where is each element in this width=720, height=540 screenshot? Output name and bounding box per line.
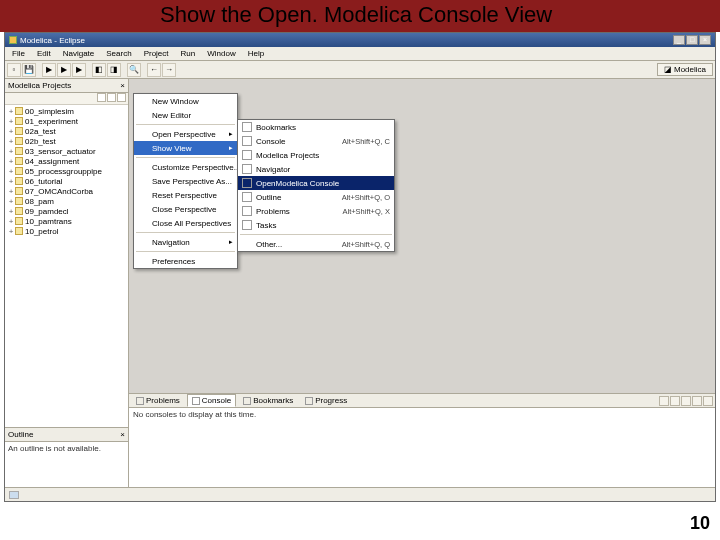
back-button[interactable]: ← — [147, 63, 161, 77]
view-console[interactable]: ConsoleAlt+Shift+Q, C — [238, 134, 394, 148]
menu-new-window[interactable]: New Window — [134, 94, 237, 108]
close-icon[interactable]: × — [120, 81, 125, 90]
menu-file[interactable]: File — [7, 48, 30, 59]
projects-icon — [242, 150, 252, 160]
menu-open-perspective[interactable]: Open Perspective▸ — [134, 127, 237, 141]
bottom-panel: Problems Console Bookmarks Progress No c… — [129, 393, 715, 487]
menu-preferences[interactable]: Preferences — [134, 254, 237, 268]
view-tasks[interactable]: Tasks — [238, 218, 394, 232]
perspective-label: Modelica — [674, 65, 706, 74]
close-button[interactable]: × — [699, 35, 711, 45]
folder-icon — [15, 137, 23, 145]
menu-reset-perspective[interactable]: Reset Perspective — [134, 188, 237, 202]
tab-progress[interactable]: Progress — [300, 394, 352, 407]
minimize-button[interactable]: _ — [673, 35, 685, 45]
forward-button[interactable]: → — [162, 63, 176, 77]
tree-item[interactable]: +05_processgrouppipe — [5, 166, 128, 176]
view-openmodelica-console[interactable]: OpenModelica Console — [238, 176, 394, 190]
problems-icon — [136, 397, 144, 405]
menu-navigate[interactable]: Navigate — [58, 48, 100, 59]
collapse-all-icon[interactable] — [97, 93, 106, 102]
navigator-icon — [242, 164, 252, 174]
window-menu-dropdown: New Window New Editor Open Perspective▸ … — [133, 93, 238, 269]
console-icon — [242, 136, 252, 146]
menu-project[interactable]: Project — [139, 48, 174, 59]
view-navigator[interactable]: Navigator — [238, 162, 394, 176]
maximize-button[interactable]: □ — [686, 35, 698, 45]
folder-icon — [15, 217, 23, 225]
console-icon — [192, 397, 200, 405]
menu-save-perspective-as[interactable]: Save Perspective As... — [134, 174, 237, 188]
debug-button[interactable]: ▶ — [42, 63, 56, 77]
bookmark-icon — [243, 397, 251, 405]
tree-item[interactable]: +02a_test — [5, 126, 128, 136]
link-editor-icon[interactable] — [107, 93, 116, 102]
new-class-button[interactable]: ◧ — [92, 63, 106, 77]
folder-icon — [15, 177, 23, 185]
console-body[interactable]: No consoles to display at this time. — [129, 408, 715, 487]
menu-help[interactable]: Help — [243, 48, 269, 59]
minimize-view-icon[interactable] — [692, 396, 702, 406]
submenu-arrow-icon: ▸ — [229, 130, 233, 138]
run-button[interactable]: ▶ — [57, 63, 71, 77]
perspective-switcher[interactable]: ◪ Modelica — [657, 63, 713, 76]
outline-icon — [242, 192, 252, 202]
outline-tab-label: Outline — [8, 430, 33, 439]
menu-window[interactable]: Window — [202, 48, 240, 59]
tree-item[interactable]: +04_assignment — [5, 156, 128, 166]
tree-item[interactable]: +06_tutorial — [5, 176, 128, 186]
tree-item[interactable]: +02b_test — [5, 136, 128, 146]
ext-tools-button[interactable]: ▶ — [72, 63, 86, 77]
menu-close-all-perspectives[interactable]: Close All Perspectives — [134, 216, 237, 230]
view-outline[interactable]: OutlineAlt+Shift+Q, O — [238, 190, 394, 204]
window-titlebar[interactable]: Modelica - Eclipse _ □ × — [5, 33, 715, 47]
tab-problems[interactable]: Problems — [131, 394, 185, 407]
projects-view-tab[interactable]: Modelica Projects × — [5, 79, 128, 93]
projects-view-toolbar — [5, 93, 128, 105]
slide-page-number: 10 — [690, 513, 710, 534]
view-problems[interactable]: ProblemsAlt+Shift+Q, X — [238, 204, 394, 218]
tree-item[interactable]: +10_petrol — [5, 226, 128, 236]
menu-new-editor[interactable]: New Editor — [134, 108, 237, 122]
folder-icon — [15, 207, 23, 215]
maximize-view-icon[interactable] — [703, 396, 713, 406]
outline-view-tab[interactable]: Outline × — [5, 428, 128, 442]
close-icon[interactable]: × — [120, 430, 125, 439]
display-console-icon[interactable] — [670, 396, 680, 406]
new-pkg-button[interactable]: ◨ — [107, 63, 121, 77]
new-button[interactable]: ▫ — [7, 63, 21, 77]
tree-item[interactable]: +01_experiment — [5, 116, 128, 126]
search-button[interactable]: 🔍 — [127, 63, 141, 77]
tree-item[interactable]: +08_pam — [5, 196, 128, 206]
tree-item[interactable]: +00_simplesim — [5, 106, 128, 116]
status-icon[interactable] — [9, 491, 19, 499]
open-console-icon[interactable] — [681, 396, 691, 406]
tree-item[interactable]: +07_OMCAndCorba — [5, 186, 128, 196]
view-bookmarks[interactable]: Bookmarks — [238, 120, 394, 134]
progress-icon — [305, 397, 313, 405]
problems-icon — [242, 206, 252, 216]
tab-console[interactable]: Console — [187, 394, 236, 407]
projects-tree[interactable]: +00_simplesim +01_experiment +02a_test +… — [5, 105, 128, 427]
workarea: New Window New Editor Open Perspective▸ … — [5, 79, 715, 487]
menu-close-perspective[interactable]: Close Perspective — [134, 202, 237, 216]
menu-navigation[interactable]: Navigation▸ — [134, 235, 237, 249]
folder-icon — [15, 197, 23, 205]
folder-icon — [15, 147, 23, 155]
tree-item[interactable]: +09_pamdecl — [5, 206, 128, 216]
menu-run[interactable]: Run — [176, 48, 201, 59]
view-menu-icon[interactable] — [117, 93, 126, 102]
menu-search[interactable]: Search — [101, 48, 136, 59]
tree-item[interactable]: +03_sensor_actuator — [5, 146, 128, 156]
save-button[interactable]: 💾 — [22, 63, 36, 77]
tree-item[interactable]: +10_pamtrans — [5, 216, 128, 226]
menu-customize-perspective[interactable]: Customize Perspective... — [134, 160, 237, 174]
menu-show-view[interactable]: Show View▸ — [134, 141, 237, 155]
view-modelica-projects[interactable]: Modelica Projects — [238, 148, 394, 162]
statusbar — [5, 487, 715, 501]
pin-console-icon[interactable] — [659, 396, 669, 406]
view-other[interactable]: Other...Alt+Shift+Q, Q — [238, 237, 394, 251]
menu-edit[interactable]: Edit — [32, 48, 56, 59]
tab-bookmarks[interactable]: Bookmarks — [238, 394, 298, 407]
toolbar: ▫ 💾 ▶ ▶ ▶ ◧ ◨ 🔍 ← → ◪ Modelica — [5, 61, 715, 79]
